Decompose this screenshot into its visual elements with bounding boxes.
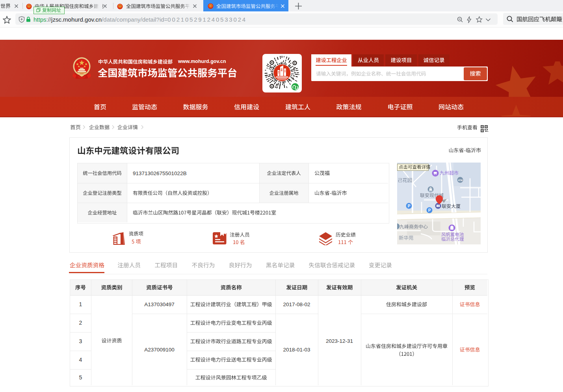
svg-text:ATM: ATM [458,179,463,181]
svg-text:P: P [408,204,411,208]
svg-text:P: P [428,208,431,213]
